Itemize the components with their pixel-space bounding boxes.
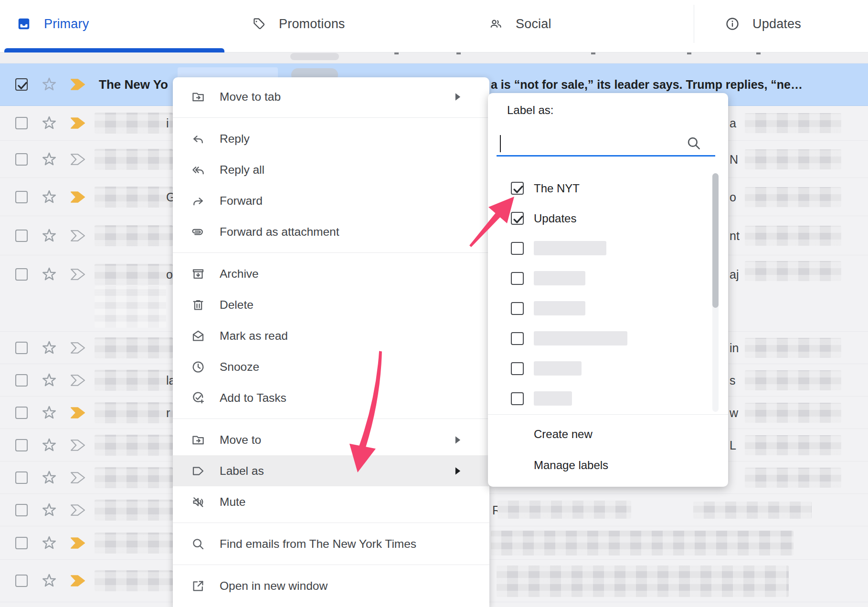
importance-marker-icon[interactable]: [71, 407, 85, 419]
star-icon[interactable]: [41, 266, 57, 283]
email-checkbox[interactable]: [15, 230, 28, 242]
label-option-redacted[interactable]: [488, 233, 728, 263]
email-checkbox[interactable]: [15, 191, 28, 203]
menu-item-label: Forward as attachment: [220, 225, 339, 239]
importance-marker-icon[interactable]: [71, 79, 85, 90]
star-icon[interactable]: [41, 535, 57, 551]
checkbox-unchecked[interactable]: [511, 392, 524, 405]
menu-item-archive[interactable]: Archive: [173, 258, 489, 289]
menu-item-delete[interactable]: Delete: [173, 289, 489, 320]
importance-marker-icon[interactable]: [71, 440, 85, 451]
label-option-redacted[interactable]: [488, 263, 728, 293]
importance-marker-icon[interactable]: [71, 472, 85, 483]
redacted-sender-block: [95, 570, 173, 591]
importance-marker-icon[interactable]: [71, 117, 85, 129]
menu-item-snooze[interactable]: Snooze: [173, 351, 489, 382]
star-icon[interactable]: [41, 189, 57, 205]
checkbox-unchecked[interactable]: [511, 272, 524, 285]
menu-item-move-to-tab[interactable]: Move to tab: [173, 81, 489, 112]
checkbox-unchecked[interactable]: [511, 332, 524, 345]
menu-divider: [173, 523, 489, 523]
redacted-sender-block: [95, 187, 173, 208]
star-icon[interactable]: [41, 76, 57, 93]
scrollbar-thumb[interactable]: [712, 173, 719, 308]
label-search-input[interactable]: [497, 127, 715, 157]
label-option-redacted[interactable]: [488, 384, 728, 414]
star-icon[interactable]: [41, 340, 57, 356]
label-option-updates[interactable]: Updates: [488, 203, 728, 233]
label-name: The NYT: [534, 182, 580, 195]
menu-item-add-to-tasks[interactable]: Add to Tasks: [173, 382, 489, 413]
menu-item-label-as[interactable]: Label as: [173, 455, 489, 486]
text-fragment: nt: [730, 229, 740, 242]
star-icon[interactable]: [41, 228, 57, 244]
menu-item-reply[interactable]: Reply: [173, 123, 489, 154]
checkbox-checked[interactable]: [511, 212, 524, 225]
label-option-the-nyt[interactable]: The NYT: [488, 173, 728, 203]
email-checkbox[interactable]: [15, 575, 28, 587]
tab-label: Social: [516, 17, 551, 31]
menu-divider: [173, 117, 489, 118]
checkbox-checked[interactable]: [511, 182, 524, 195]
label-option-redacted[interactable]: [488, 354, 728, 384]
email-checkbox[interactable]: [15, 439, 28, 451]
importance-marker-icon[interactable]: [71, 269, 85, 280]
importance-marker-icon[interactable]: [71, 575, 85, 586]
email-checkbox[interactable]: [15, 537, 28, 549]
star-icon[interactable]: [41, 151, 57, 167]
star-icon[interactable]: [41, 372, 57, 388]
tab-promotions[interactable]: Promotions: [251, 0, 345, 48]
menu-item-forward[interactable]: Forward: [173, 185, 489, 216]
star-icon[interactable]: [41, 502, 57, 518]
checkbox-unchecked[interactable]: [511, 302, 524, 315]
star-icon[interactable]: [41, 437, 57, 453]
tab-updates[interactable]: Updates: [725, 0, 801, 48]
email-checkbox[interactable]: [15, 374, 28, 387]
email-checkbox[interactable]: [15, 117, 28, 129]
importance-marker-icon[interactable]: [71, 342, 85, 354]
create-new-label-button[interactable]: Create new: [534, 428, 593, 441]
menu-item-label: Move to tab: [220, 90, 281, 104]
menu-item-open-in-new-window[interactable]: Open in new window: [173, 570, 489, 601]
email-checkbox[interactable]: [15, 268, 28, 281]
menu-item-mute[interactable]: Mute: [173, 486, 489, 517]
manage-labels-button[interactable]: Manage labels: [534, 459, 608, 472]
scrollbar-track[interactable]: [712, 173, 719, 412]
menu-item-find-emails-from-the-new-york-times[interactable]: Find emails from The New York Times: [173, 528, 489, 559]
label-option-redacted[interactable]: [488, 293, 728, 324]
tab-primary[interactable]: Primary: [16, 0, 89, 48]
email-checkbox[interactable]: [15, 407, 28, 419]
menu-item-forward-as-attachment[interactable]: Forward as attachment: [173, 216, 489, 247]
folder-move-icon: [191, 433, 205, 447]
importance-marker-icon[interactable]: [71, 154, 85, 165]
tab-social[interactable]: Social: [488, 0, 551, 48]
search-icon: [191, 537, 205, 551]
menu-item-reply-all[interactable]: Reply all: [173, 154, 489, 185]
menu-item-label: Label as: [220, 464, 264, 478]
email-checkbox[interactable]: [15, 153, 28, 166]
star-icon[interactable]: [41, 573, 57, 589]
menu-item-label: Move to: [220, 433, 261, 447]
email-checkbox[interactable]: [15, 342, 28, 354]
menu-divider: [173, 252, 489, 253]
email-checkbox[interactable]: [15, 504, 28, 516]
open-new-icon: [191, 579, 205, 593]
importance-marker-icon[interactable]: [71, 504, 85, 516]
menu-item-label: Forward: [220, 194, 263, 208]
task-add-icon: [191, 391, 205, 405]
importance-marker-icon[interactable]: [71, 537, 85, 549]
email-checkbox[interactable]: [15, 471, 28, 484]
menu-item-move-to[interactable]: Move to: [173, 424, 489, 455]
label-option-redacted[interactable]: [488, 324, 728, 354]
importance-marker-icon[interactable]: [71, 375, 85, 386]
checkbox-unchecked[interactable]: [511, 242, 524, 255]
redacted-snippet-block: [745, 435, 841, 455]
menu-item-mark-as-read[interactable]: Mark as read: [173, 320, 489, 351]
star-icon[interactable]: [41, 115, 57, 131]
importance-marker-icon[interactable]: [71, 191, 85, 203]
star-icon[interactable]: [41, 470, 57, 486]
checkbox-unchecked[interactable]: [511, 362, 524, 375]
email-checkbox-checked[interactable]: [15, 78, 28, 91]
star-icon[interactable]: [41, 405, 57, 421]
importance-marker-icon[interactable]: [71, 230, 85, 241]
